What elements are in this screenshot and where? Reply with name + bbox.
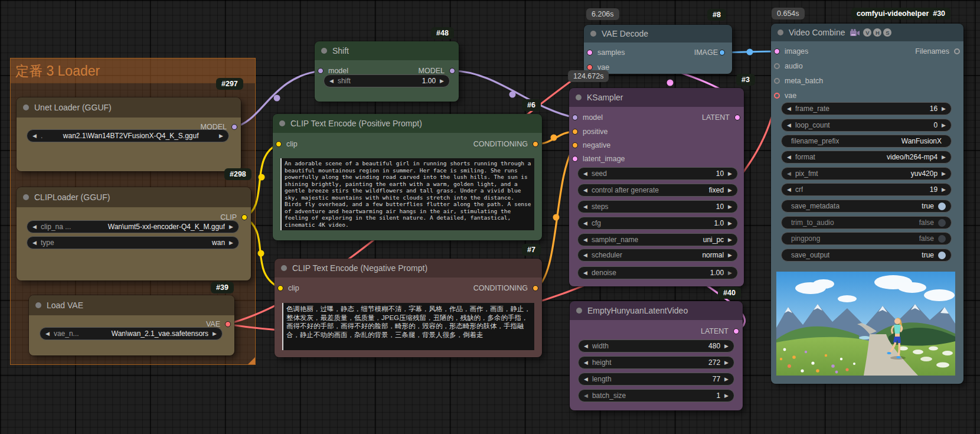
input-port-clip[interactable]: [277, 285, 283, 291]
increment-arrow-icon[interactable]: ▶: [724, 344, 729, 349]
input-port-clip[interactable]: [276, 141, 282, 147]
increment-arrow-icon[interactable]: ▶: [724, 377, 729, 382]
toggle-on-icon[interactable]: [938, 203, 946, 210]
widget-length[interactable]: ◀ length 77 ▶: [578, 373, 734, 386]
widget-clip-name[interactable]: ◀ clip_na ... Wan\umt5-xxl-encoder-Q4_K_…: [27, 220, 239, 233]
decrement-arrow-icon[interactable]: ◀: [584, 360, 588, 366]
prev-arrow-icon[interactable]: ◀: [45, 331, 50, 337]
collapse-dot-icon[interactable]: [281, 265, 287, 271]
collapse-dot-icon[interactable]: [23, 105, 29, 110]
decrement-arrow-icon[interactable]: ◀: [583, 188, 587, 193]
node-clip-text-encode-negative[interactable]: CLIP Text Encode (Negative Prompt) clip …: [275, 259, 542, 357]
decrement-arrow-icon[interactable]: ◀: [584, 344, 588, 349]
node-ksampler[interactable]: KSampler model LATENT positive negative …: [569, 88, 744, 286]
widget-save-metadata[interactable]: save_metadata true: [781, 200, 952, 213]
decrement-arrow-icon[interactable]: ◀: [583, 171, 587, 177]
next-arrow-icon[interactable]: ▶: [219, 133, 223, 139]
increment-arrow-icon[interactable]: ▶: [728, 270, 732, 276]
increment-arrow-icon[interactable]: ▶: [942, 187, 946, 192]
widget-width[interactable]: ◀ width 480 ▶: [578, 340, 734, 353]
increment-arrow-icon[interactable]: ▶: [724, 393, 729, 399]
negative-prompt-textarea[interactable]: 色调艳丽，过曝，静态，细节模糊不清，字幕，风格，作品，画作，画面，静止，整体发灰…: [282, 303, 534, 350]
toggle-on-icon[interactable]: [938, 252, 946, 259]
collapse-dot-icon[interactable]: [778, 30, 783, 35]
widget-filename-prefix[interactable]: filename_prefix WanFusionX: [781, 135, 952, 148]
toggle-off-icon[interactable]: [938, 219, 946, 227]
node-titlebar[interactable]: KSampler: [569, 88, 744, 107]
increment-arrow-icon[interactable]: ▶: [728, 171, 732, 177]
node-titlebar[interactable]: CLIP Text Encode (Positive Prompt): [273, 114, 542, 133]
output-port-latent[interactable]: [734, 115, 740, 120]
decrement-arrow-icon[interactable]: ◀: [583, 270, 587, 276]
widget-denoise[interactable]: ◀ denoise 1.00 ▶: [577, 266, 738, 279]
input-port-model[interactable]: [572, 115, 578, 120]
decrement-arrow-icon[interactable]: ◀: [787, 171, 791, 177]
output-port-image[interactable]: [719, 50, 725, 56]
widget-shift[interactable]: ◀ shift 1.00 ▶: [324, 74, 450, 87]
widget-steps[interactable]: ◀ steps 10 ▶: [577, 200, 738, 213]
output-port-conditioning[interactable]: [533, 141, 538, 147]
prev-arrow-icon[interactable]: ◀: [32, 133, 37, 139]
node-empty-hunyuan-latent-video[interactable]: EmptyHunyuanLatentVideo LATENT ◀ width 4…: [570, 301, 743, 410]
node-titlebar[interactable]: Video Combine V H S: [771, 24, 963, 41]
input-port-vae[interactable]: [774, 93, 780, 99]
input-port-audio[interactable]: [774, 63, 780, 69]
decrement-arrow-icon[interactable]: ◀: [787, 106, 791, 112]
input-port-model[interactable]: [318, 68, 324, 74]
widget-loop-count[interactable]: ◀ loop_count 0 ▶: [781, 119, 952, 132]
collapse-dot-icon[interactable]: [279, 120, 285, 126]
node-graph-canvas[interactable]: 定番 3 Loader: [0, 0, 980, 434]
output-port-vae[interactable]: [225, 321, 231, 327]
node-titlebar[interactable]: EmptyHunyuanLatentVideo: [570, 301, 743, 320]
node-titlebar[interactable]: CLIPLoader (GGUF): [17, 187, 251, 207]
node-clip-text-encode-positive[interactable]: CLIP Text Encode (Positive Prompt) clip …: [273, 114, 542, 240]
decrement-arrow-icon[interactable]: ◀: [583, 204, 587, 210]
increment-arrow-icon[interactable]: ▶: [728, 204, 732, 210]
increment-arrow-icon[interactable]: ▶: [724, 360, 729, 366]
widget-frame-rate[interactable]: ◀ frame_rate 16 ▶: [781, 102, 952, 115]
output-port-model[interactable]: [449, 68, 455, 74]
output-port-clip[interactable]: [241, 214, 247, 220]
widget-vae-name[interactable]: ◀ vae_n... Wan\wan_2.1_vae.safetensors ▶: [40, 327, 223, 340]
video-preview[interactable]: [776, 272, 955, 376]
widget-format[interactable]: ◀ format video/h264-mp4 ▶: [781, 151, 952, 164]
node-titlebar[interactable]: CLIP Text Encode (Negative Prompt): [275, 259, 542, 278]
prev-arrow-icon[interactable]: ◀: [32, 224, 37, 230]
decrement-arrow-icon[interactable]: ◀: [329, 79, 334, 84]
widget-scheduler[interactable]: ◀ scheduler normal ▶: [577, 249, 738, 262]
input-port-images[interactable]: [774, 48, 780, 54]
input-port-vae[interactable]: [587, 64, 593, 70]
widget-trim-to-audio[interactable]: trim_to_audio false: [781, 216, 952, 229]
collapse-dot-icon[interactable]: [576, 308, 582, 314]
input-port-negative[interactable]: [572, 142, 578, 148]
decrement-arrow-icon[interactable]: ◀: [787, 187, 791, 192]
decrement-arrow-icon[interactable]: ◀: [583, 237, 587, 243]
group-resize-handle[interactable]: [248, 357, 255, 364]
next-arrow-icon[interactable]: ▶: [213, 331, 217, 337]
widget-batch-size[interactable]: ◀ batch_size 1 ▶: [578, 389, 734, 402]
decrement-arrow-icon[interactable]: ◀: [787, 123, 791, 128]
node-unet-loader[interactable]: Unet Loader (GGUF) MODEL ◀ . wan2.1\Wan1…: [17, 97, 241, 171]
collapse-dot-icon[interactable]: [590, 31, 596, 37]
widget-seed[interactable]: ◀ seed 10 ▶: [577, 167, 738, 180]
output-port-filenames[interactable]: [954, 48, 960, 54]
increment-arrow-icon[interactable]: ▶: [942, 171, 946, 177]
decrement-arrow-icon[interactable]: ◀: [787, 155, 791, 160]
output-port-conditioning[interactable]: [533, 285, 538, 291]
node-shift[interactable]: Shift model MODEL ◀ shift 1.00 ▶: [315, 41, 459, 102]
widget-save-output[interactable]: save_output true: [781, 249, 952, 262]
input-port-positive[interactable]: [572, 129, 578, 135]
widget-height[interactable]: ◀ height 272 ▶: [578, 356, 734, 369]
next-arrow-icon[interactable]: ▶: [229, 224, 233, 230]
toggle-off-icon[interactable]: [938, 235, 946, 243]
increment-arrow-icon[interactable]: ▶: [728, 237, 732, 243]
increment-arrow-icon[interactable]: ▶: [728, 221, 732, 226]
node-clip-loader[interactable]: CLIPLoader (GGUF) CLIP ◀ clip_na ... Wan…: [17, 187, 251, 280]
decrement-arrow-icon[interactable]: ◀: [584, 377, 588, 382]
collapse-dot-icon[interactable]: [35, 302, 41, 308]
increment-arrow-icon[interactable]: ▶: [942, 155, 946, 160]
collapse-dot-icon[interactable]: [321, 48, 327, 54]
node-load-vae[interactable]: Load VAE VAE ◀ vae_n... Wan\wan_2.1_vae.…: [29, 295, 234, 355]
increment-arrow-icon[interactable]: ▶: [728, 253, 732, 258]
output-port-latent[interactable]: [733, 328, 739, 334]
